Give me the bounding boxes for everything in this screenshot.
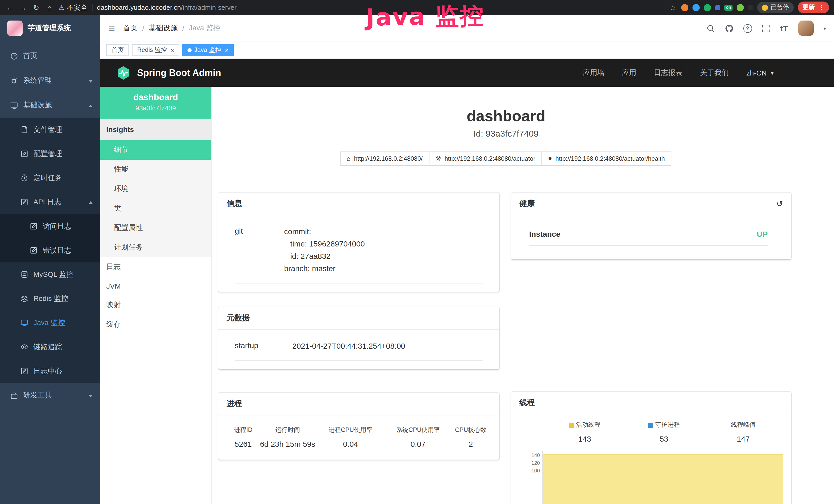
forward-icon[interactable]: → [19,3,27,12]
legend-swatch-blue [648,422,653,428]
hamburger-icon[interactable]: ≡ [108,23,115,34]
sidebar-item-infrastructure[interactable]: 基础设施 ▴ [0,93,100,118]
layers-icon [21,295,28,302]
sba-brand[interactable]: Spring Boot Admin [115,65,221,81]
sidebar-item-access-log[interactable]: 访问日志 [0,214,100,238]
star-icon[interactable]: ☆ [668,3,677,12]
extension-on-badge[interactable]: on [724,4,732,10]
health-url-link[interactable]: ♥ http://192.168.0.2:48080/actuator/heal… [542,152,672,166]
sba-item-caches[interactable]: 缓存 [100,315,211,334]
process-card: 进程 进程ID 5261 [218,393,499,460]
sidebar-item-api-log[interactable]: API 日志 ▴ [0,190,100,214]
history-icon[interactable]: ↺ [776,199,783,208]
database-icon [21,271,28,278]
service-url-link[interactable]: ⌂ http://192.168.0.2:48080/ [340,152,429,166]
extension-grid-icon[interactable] [715,5,720,10]
card-body: Instance UP [511,215,791,259]
home-icon[interactable]: ⌂ [45,3,54,12]
font-size-icon[interactable]: tT [780,24,789,32]
admin-menu: 首页 系统管理 ▾ 基础设施 ▴ 文件管理 [0,42,100,408]
legend-label: 守护进程 [655,420,680,429]
sidebar-item-scheduled-tasks[interactable]: 定时任务 [0,166,100,190]
sba-item-classes[interactable]: 类 [100,199,211,218]
sba-item-logs[interactable]: 日志 [100,257,211,277]
sidebar-item-java-monitor[interactable]: Java 监控 [0,311,100,335]
instance-header[interactable]: dashboard 93a3fc7f7409 [100,87,211,119]
avatar[interactable] [798,21,814,36]
locale-select[interactable]: zh-CN ▾ [746,69,774,77]
git-info-row: git commit: time: 1596289704000 id: 27aa… [235,223,483,283]
extension-puzzle-icon[interactable] [748,5,753,10]
github-icon[interactable] [725,24,733,32]
sidebar-item-dev-tools[interactable]: 研发工具 ▾ [0,383,100,408]
sba-item-config-props[interactable]: 配置属性 [100,218,211,238]
sidebar-item-trace[interactable]: 链路追踪 [0,335,100,359]
cell-value: 5261 [226,439,260,448]
tab-redis-monitor[interactable]: Redis 监控 × [132,44,179,56]
card-header: 进程 [218,393,499,415]
update-button[interactable]: 更新 ⋮ [798,2,829,13]
spring-boot-admin-logo-icon [115,65,131,81]
sidebar-item-system-mgmt[interactable]: 系统管理 ▾ [0,68,100,93]
sba-item-mappings[interactable]: 映射 [100,295,211,315]
reload-icon[interactable]: ↻ [32,3,41,12]
close-tab-icon[interactable]: × [171,46,174,54]
card-body: 活动线程 143 守护进程 [511,414,791,504]
help-icon[interactable]: ? [743,24,752,32]
close-tab-icon[interactable]: × [225,46,228,54]
extension-green-icon[interactable] [704,4,711,11]
edit-note-icon [21,198,28,206]
extension-drop-icon[interactable] [693,4,700,11]
sidebar-item-config-mgmt[interactable]: 配置管理 [0,142,100,166]
extension-leaf-icon[interactable] [737,4,744,11]
back-icon[interactable]: ← [5,3,14,12]
update-label: 更新 [803,3,815,12]
instance-id-line: Id: 93a3fc7f7409 [212,129,800,139]
search-icon[interactable] [706,24,715,32]
header-actions: ? tT ▾ [706,21,826,36]
sba-nav-applications[interactable]: 应用 [622,68,636,77]
address-bar[interactable]: dashboard.yudao.iocoder.cn/infra/admin-s… [97,4,237,11]
sba-nav-wallboard[interactable]: 应用墙 [583,68,605,77]
threads-legend: 活动线程 143 守护进程 [519,420,783,443]
sba-nav-about[interactable]: 关于我们 [700,68,729,77]
sba-item-scheduled-tasks[interactable]: 计划任务 [100,238,211,257]
sidebar-item-file-mgmt[interactable]: 文件管理 [0,118,100,142]
health-key: Instance [529,230,561,238]
sba-item-jvm[interactable]: JVM [100,277,211,295]
sidebar-item-redis-monitor[interactable]: Redis 监控 [0,287,100,311]
process-col-pid: 进程ID 5261 [226,426,260,448]
extension-fox-icon[interactable] [681,4,688,11]
threads-chart: 140 120 100 [519,451,783,504]
y-axis-tick: 140 [519,451,540,459]
caret-down-icon[interactable]: ▾ [824,25,826,31]
actuator-url-link[interactable]: ⚒ http://192.168.0.2:48080/actuator [429,152,542,166]
column-header: 进程ID [226,426,260,434]
sidebar-item-label: 配置管理 [34,149,92,158]
breadcrumb-item[interactable]: 首页 [123,24,138,33]
right-column: 健康 ↺ Instance UP [511,192,791,504]
sba-item-metrics[interactable]: 性能 [100,160,211,179]
fullscreen-icon[interactable] [762,24,771,32]
git-commit-line: commit: [284,225,365,238]
process-col-cpu: 进程CPU使用率 0.04 [315,426,386,448]
sidebar-item-log-center[interactable]: 日志中心 [0,359,100,383]
kebab-menu-icon[interactable]: ⋮ [818,4,825,11]
url-path: /infra/admin-server [181,4,237,11]
app-logo-row[interactable]: 芋道管理系统 [0,15,100,42]
paused-badge[interactable]: 已暂停 [757,2,794,13]
sidebar-item-error-log[interactable]: 错误日志 [0,238,100,262]
breadcrumb-item[interactable]: 基础设施 [149,24,177,33]
card-title: 信息 [226,199,242,208]
sba-nav-journal[interactable]: 日志报表 [654,68,683,77]
sidebar-item-home[interactable]: 首页 [0,44,100,68]
security-indicator[interactable]: ⚠ 不安全 [59,3,87,12]
metadata-value: 2021-04-27T00:44:31.254+08:00 [292,340,405,352]
threads-card: 线程 活动线程 [511,392,791,504]
sba-item-environment[interactable]: 环境 [100,179,211,199]
tab-java-monitor[interactable]: Java 监控 × [182,44,234,56]
info-key: git [235,225,284,275]
tab-home[interactable]: 首页 [106,44,129,56]
sidebar-item-mysql-monitor[interactable]: MySQL 监控 [0,262,100,287]
sba-item-details[interactable]: 细节 [100,140,211,160]
